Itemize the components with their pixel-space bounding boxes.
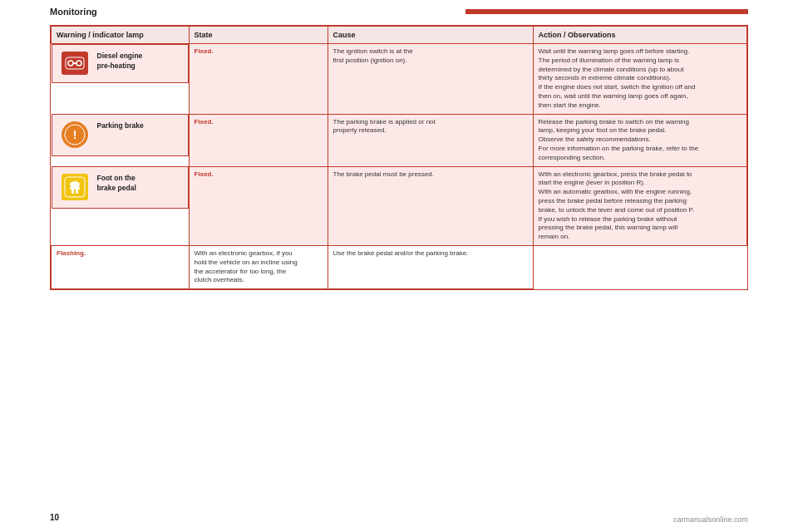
- state-cell-parking: Fixed.: [189, 114, 328, 166]
- page-title: Monitoring: [50, 7, 97, 17]
- main-table-container: Warning / indicator lamp State Cause Act…: [50, 25, 748, 290]
- brake-pedal-icon: [57, 170, 92, 204]
- col-header-state: State: [189, 27, 328, 44]
- svg-point-8: [70, 181, 80, 188]
- svg-rect-11: [76, 190, 78, 194]
- header-bar: [466, 9, 748, 14]
- action-cell-diesel: Wait until the warning lamp goes off bef…: [533, 44, 746, 115]
- warning-cell-brake1: Foot on thebrake pedal: [52, 166, 189, 209]
- brake-svg: [64, 176, 86, 198]
- svg-text:!: !: [72, 128, 76, 141]
- col-header-warning: Warning / indicator lamp: [52, 27, 190, 44]
- col-header-action: Action / Observations: [533, 27, 746, 44]
- cause-cell-diesel: The ignition switch is at thefirst posit…: [328, 44, 533, 115]
- action-text-parking: Release the parking brake to switch on t…: [539, 118, 699, 161]
- table-row: Flashing. With an electronic gearbox, if…: [52, 245, 747, 288]
- col-header-cause: Cause: [328, 27, 533, 44]
- cause-cell-brake2: With an electronic gearbox, if youhold t…: [189, 245, 328, 288]
- action-cell-brake1: With an electronic gearbox, press the br…: [533, 166, 746, 245]
- cause-cell-brake1: The brake pedal must be pressed.: [328, 166, 533, 245]
- cause-text-brake2: With an electronic gearbox, if youhold t…: [195, 249, 298, 283]
- icon-bg: ~: [62, 52, 88, 75]
- cause-text-diesel: The ignition switch is at thefirst posit…: [333, 47, 413, 64]
- action-cell-parking: Release the parking brake to switch on t…: [533, 114, 746, 166]
- state-cell-brake1: Fixed.: [189, 166, 328, 245]
- state-text-diesel: Fixed.: [195, 47, 214, 55]
- state-cell-brake2: Flashing.: [52, 245, 190, 288]
- warning-name-brake: Foot on thebrake pedal: [97, 174, 136, 192]
- parking-brake-icon: !: [57, 118, 92, 152]
- state-cell-diesel: Fixed.: [189, 44, 328, 115]
- monitoring-table: Warning / indicator lamp State Cause Act…: [51, 26, 747, 289]
- parking-svg: !: [64, 124, 86, 145]
- table-row: Foot on thebrake pedal Fixed. The brake …: [52, 166, 747, 245]
- svg-rect-9: [70, 187, 80, 190]
- diesel-engine-preheat-icon: ~: [57, 48, 92, 79]
- warning-name-diesel: Diesel enginepre-heating: [97, 52, 143, 70]
- page-header: Monitoring: [0, 0, 798, 20]
- state-text-brake1: Fixed.: [195, 170, 214, 178]
- state-text-parking: Fixed.: [195, 118, 214, 126]
- cause-text-parking: The parking brake is applied or notprope…: [333, 118, 436, 135]
- action-text-brake2: Use the brake pedal and/or the parking b…: [333, 249, 469, 257]
- svg-rect-10: [71, 190, 74, 194]
- cause-cell-parking: The parking brake is applied or notprope…: [328, 114, 533, 166]
- footer-logo: carmanualsonline.com: [673, 515, 748, 524]
- warning-cell-diesel: ~ Diesel enginepre-heating: [52, 44, 189, 83]
- icon-bg-orange: !: [62, 121, 88, 148]
- page-number: 10: [50, 513, 59, 522]
- action-text-diesel: Wait until the warning lamp goes off bef…: [539, 47, 696, 109]
- cause-text-brake1: The brake pedal must be pressed.: [333, 170, 434, 178]
- table-row: ~ Diesel enginepre-heating Fixed.: [52, 44, 747, 115]
- action-cell-brake2: Use the brake pedal and/or the parking b…: [328, 245, 533, 288]
- icon-bg-yellow: [62, 174, 88, 200]
- diesel-svg: ~: [64, 54, 86, 72]
- warning-cell-parking: ! Parking brake: [52, 114, 189, 156]
- warning-name-parking: Parking brake: [97, 121, 144, 130]
- state-text-brake2: Flashing.: [57, 249, 86, 257]
- table-row: ! Parking brake Fixed. The parking brake…: [52, 114, 747, 166]
- action-text-brake1: With an electronic gearbox, press the br…: [539, 170, 695, 241]
